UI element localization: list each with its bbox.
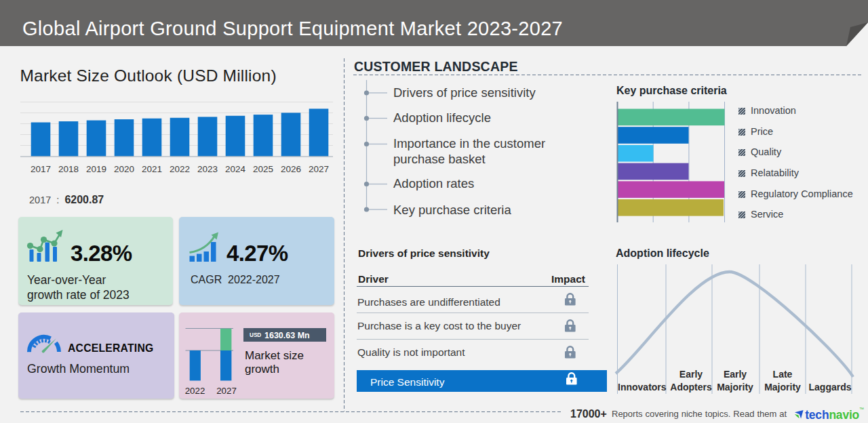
svg-text:2025: 2025 — [253, 164, 273, 174]
svg-text:2021: 2021 — [142, 164, 162, 174]
svg-text:2022: 2022 — [170, 164, 190, 174]
svg-text:2017: 2017 — [31, 164, 51, 174]
svg-text:2019: 2019 — [86, 164, 106, 174]
svg-text:2027: 2027 — [309, 164, 329, 174]
svg-text:2026: 2026 — [281, 164, 301, 174]
svg-text:™: ™ — [859, 407, 864, 411]
svg-text:2024: 2024 — [225, 164, 246, 174]
svg-text:technavio: technavio — [805, 408, 859, 422]
svg-text:2023: 2023 — [197, 164, 218, 174]
svg-text:2020: 2020 — [114, 164, 134, 174]
svg-text:2018: 2018 — [58, 164, 79, 174]
